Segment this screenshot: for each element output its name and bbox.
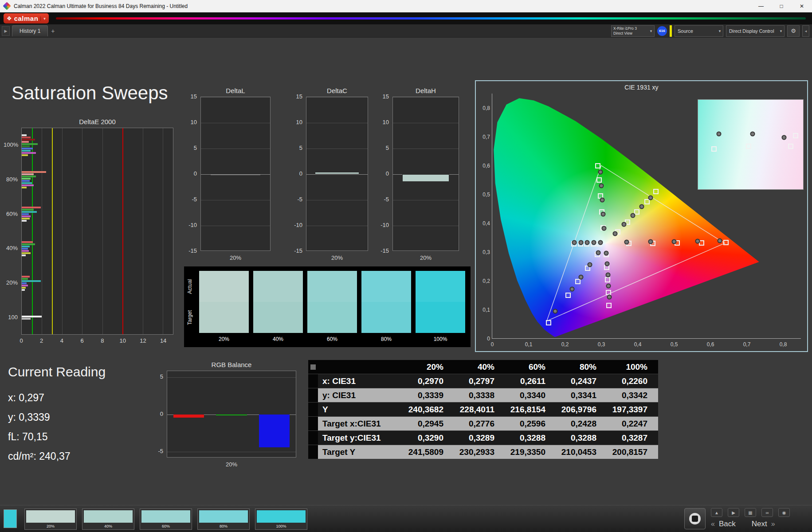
target-point	[711, 146, 717, 152]
pattern-button-80%[interactable]: 80%	[197, 509, 250, 530]
deltae-bar	[22, 178, 31, 180]
add-tab-button[interactable]: +	[48, 26, 58, 36]
deltae-bar	[22, 211, 37, 213]
pattern-label: 60%	[140, 524, 192, 528]
deltae2000-chart: DeltaE 2000 02468101214100%80%60%40%20%1…	[4, 118, 185, 348]
maximize-button[interactable]: □	[771, 0, 792, 12]
pattern-button-20%[interactable]: 20%	[24, 509, 77, 530]
deltae-bar	[22, 250, 29, 252]
target-button[interactable]: ◉	[778, 508, 790, 517]
axis-label: -10	[378, 222, 389, 229]
gridline	[393, 226, 459, 226]
deltae-bar	[22, 282, 27, 284]
chevron-down-icon: ▾	[648, 29, 654, 33]
deltae-bar	[22, 182, 32, 184]
eject-button[interactable]: ▲	[711, 508, 722, 517]
measured-point	[717, 131, 722, 136]
close-button[interactable]: ✕	[792, 0, 812, 12]
measured-point	[598, 169, 603, 174]
plus-icon: +	[51, 27, 55, 35]
meter-name: X-Rite i1Pro 3 Direct View	[612, 26, 648, 35]
minimize-button[interactable]: —	[751, 0, 771, 12]
back-button[interactable]: Back	[719, 520, 736, 528]
axis-label: 5	[153, 373, 163, 380]
measured-point	[648, 239, 653, 244]
axis-label: 20%	[392, 254, 459, 261]
measured-point	[606, 283, 611, 288]
axis-label: 0,6	[704, 341, 717, 348]
source-selector[interactable]: Source ▾	[675, 25, 723, 37]
table-cell: 197,3397	[607, 403, 658, 416]
pattern-button-40%[interactable]: 40%	[82, 509, 134, 530]
collapse-toolbar-button[interactable]: ◂	[802, 25, 809, 37]
actual-swatch	[416, 271, 465, 302]
table-row-strip	[308, 374, 318, 388]
measured-point	[601, 211, 606, 216]
display-control-selector[interactable]: Direct Display Control ▾	[726, 25, 785, 37]
target-swatch	[253, 302, 303, 333]
table-row-strip	[308, 417, 318, 430]
next-chevron-icon[interactable]: »	[771, 520, 775, 528]
axis-label: 20%	[200, 254, 271, 261]
target-point	[565, 293, 571, 298]
glasses-button[interactable]: ∞	[761, 508, 773, 517]
target-icon: ◉	[782, 510, 786, 515]
table-row: Target y:CIE310,32900,32890,32880,32880,…	[308, 431, 659, 445]
axis-label: 10	[378, 119, 389, 126]
target-point	[605, 277, 610, 282]
axis-label: 0,6	[478, 163, 490, 169]
glasses-icon: ∞	[765, 510, 769, 515]
chart-bar	[216, 415, 247, 415]
window-title: Calman 2022 Calman Ultimate for Business…	[14, 3, 188, 9]
deltae-bar	[22, 148, 33, 149]
gridline	[201, 226, 270, 226]
pattern-label: 80%	[198, 524, 249, 528]
measured-point	[579, 274, 584, 279]
measured-point	[601, 226, 606, 231]
deltae-bar	[22, 152, 36, 154]
deltae-bar	[22, 280, 41, 282]
deltae-bar	[22, 220, 27, 222]
measured-point	[613, 231, 618, 236]
chart-title: CIE 1931 xy	[476, 84, 807, 91]
actual-swatch	[307, 271, 357, 302]
calman-logo-button[interactable]: ❖ calman ▾	[4, 13, 49, 23]
back-chevron-icon[interactable]: «	[711, 520, 715, 528]
deltaC-plot-area	[306, 97, 368, 251]
axis-label: 0,5	[668, 341, 680, 348]
gridline	[306, 226, 368, 226]
meter-line2: Direct View	[613, 31, 648, 36]
next-button[interactable]: Next	[752, 520, 767, 528]
deltae-bar	[22, 241, 33, 243]
pattern-button-100%[interactable]: 100%	[255, 509, 307, 530]
axis-label: 14	[158, 337, 169, 344]
deltae-bar	[22, 318, 31, 320]
axis-label: -15	[292, 247, 302, 254]
pattern-button-60%[interactable]: 60%	[140, 509, 192, 530]
current-pattern-thumbnail[interactable]	[4, 509, 17, 528]
current-reading-cdm2: cd/m²: 240,37	[8, 450, 71, 462]
deltae-bar	[22, 218, 30, 219]
actual-swatch	[253, 271, 303, 302]
measured-point	[639, 204, 644, 209]
reference-line	[122, 128, 123, 334]
table-row-label: y: CIE31	[318, 388, 403, 402]
pattern-list-button[interactable]: ▦	[745, 508, 756, 517]
meter-selector[interactable]: X-Rite i1Pro 3 Direct View ▾	[611, 25, 655, 37]
table-header-cell: 60%	[505, 360, 556, 374]
axis-label: -15	[378, 247, 389, 254]
tab-toolbar: ▶ History 1 + X-Rite i1Pro 3 Direct View…	[0, 24, 812, 38]
table-cell: 0,2437	[556, 374, 607, 388]
reference-line	[32, 128, 33, 334]
gridline	[306, 174, 368, 175]
tab-history-1[interactable]: History 1	[12, 25, 48, 36]
gridline	[42, 128, 42, 334]
play-button[interactable]: ▶	[728, 508, 739, 517]
pattern-window-button[interactable]	[684, 508, 706, 529]
measured-point	[717, 239, 722, 243]
deltae-bar	[22, 207, 41, 208]
target-point	[723, 240, 729, 245]
measured-point	[596, 250, 601, 255]
settings-button[interactable]: ⚙	[787, 25, 800, 37]
panel-collapse-button[interactable]: ▶	[2, 26, 10, 36]
